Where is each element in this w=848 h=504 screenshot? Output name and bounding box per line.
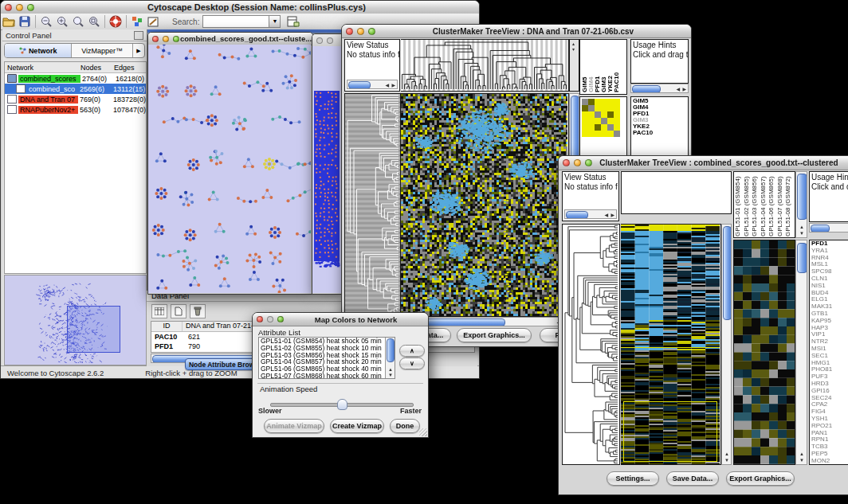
export-graphics-button[interactable]: Export Graphics... [726, 471, 795, 486]
open-session-icon[interactable] [1, 14, 17, 29]
minimize-icon[interactable] [357, 28, 364, 35]
dialog-titlebar[interactable]: Map Colors to Network [253, 313, 428, 326]
matrix-cell[interactable] [595, 131, 601, 137]
save-session-icon[interactable] [17, 14, 33, 29]
tv1-heatmap[interactable] [401, 93, 569, 317]
matrix-cell[interactable] [582, 124, 588, 131]
move-attribute-up-button[interactable]: ∧ [399, 345, 425, 357]
tab-network[interactable]: Network [5, 44, 72, 57]
save-data-button[interactable]: Save Data... [666, 471, 719, 486]
close-icon[interactable] [5, 4, 12, 11]
tv2-column-labels[interactable]: GPL51-01 (GSM854)GPL51-02 (GSM855)GPL51-… [733, 171, 795, 238]
close-icon[interactable] [257, 316, 263, 322]
tab-overflow-button[interactable]: ▶ [133, 44, 144, 57]
create-vizmap-button[interactable]: Create Vizmap [330, 419, 384, 433]
matrix-cell[interactable] [582, 118, 588, 124]
search-input[interactable] [202, 15, 269, 28]
tv1-row-label[interactable]: PAC10 [633, 130, 688, 136]
tv1-column-labels[interactable]: GIM5GIM4PFD1GIM3YKE2PAC10 [579, 39, 627, 95]
id-column-header[interactable]: ID [151, 322, 183, 331]
matrix-cell[interactable] [614, 99, 620, 105]
tv2-zoom-heatmap[interactable] [733, 240, 795, 465]
tab-vizmapper[interactable]: VizMapper™ [72, 44, 133, 57]
matrix-cell[interactable] [601, 131, 607, 137]
zoom-fit-icon[interactable] [70, 14, 86, 29]
matrix-cell[interactable] [582, 105, 588, 111]
network-table-row[interactable]: DNA and Tran 07769(0)183728(0) [5, 94, 146, 104]
tv2-gene-labels[interactable]: PFD1YRA1RNR4MSL1SPC98CLN1NIS1BUD4ELG1MAK… [809, 240, 848, 465]
col-network[interactable]: Network [5, 64, 80, 72]
matrix-cell[interactable] [614, 118, 620, 124]
col-edges[interactable]: Edges [114, 64, 146, 72]
matrix-cell[interactable] [607, 131, 614, 137]
matrix-cell[interactable] [614, 131, 620, 137]
matrix-cell[interactable] [588, 131, 595, 137]
minimize-icon[interactable] [327, 37, 333, 44]
tv1-column-label[interactable]: PAC10 [614, 41, 620, 92]
attribute-list-item[interactable]: GPL51-07 (GSM868) heat shock 60 min [261, 373, 395, 379]
minimize-icon[interactable] [16, 4, 23, 11]
matrix-cell[interactable] [588, 105, 595, 111]
matrix-cell[interactable] [607, 99, 614, 105]
tv2-genes-vscrollbar[interactable]: ▲▼ [795, 240, 807, 465]
move-attribute-down-button[interactable]: ∨ [399, 357, 425, 369]
matrix-cell[interactable] [601, 99, 607, 105]
animation-speed-slider[interactable] [270, 399, 412, 408]
network-overview-panel[interactable] [4, 275, 147, 365]
animate-vizmap-button[interactable]: Animate Vizmap [264, 419, 324, 433]
zoom-selected-icon[interactable] [86, 14, 102, 29]
gene-label[interactable]: MON2 [811, 458, 848, 465]
tv2-collabels-vscrollbar[interactable]: ▲▼ [795, 171, 807, 238]
matrix-cell[interactable] [595, 111, 601, 118]
main-titlebar[interactable]: Cytoscape Desktop (Session Name: collins… [1, 1, 479, 14]
matrix-cell[interactable] [582, 111, 588, 118]
treeview1-titlebar[interactable]: ClusterMaker TreeView : DNA and Tran 07-… [342, 25, 691, 38]
matrix-cell[interactable] [588, 111, 595, 118]
matrix-cell[interactable] [614, 105, 620, 111]
attribute-browser-icon[interactable] [285, 14, 301, 29]
help-lifesaver-icon[interactable] [108, 14, 124, 29]
zoom-window-icon[interactable] [27, 4, 34, 11]
matrix-cell[interactable] [607, 118, 614, 124]
matrix-cell[interactable] [601, 105, 607, 111]
matrix-cell[interactable] [595, 99, 601, 105]
attribute-select-icon[interactable] [151, 304, 167, 318]
matrix-cell[interactable] [582, 99, 588, 105]
zoom-in-icon[interactable] [54, 14, 70, 29]
matrix-cell[interactable] [588, 118, 595, 124]
zoom-out-icon[interactable] [38, 14, 54, 29]
tv1-column-dendrogram[interactable] [401, 39, 569, 92]
close-icon[interactable] [152, 36, 159, 42]
float-panel-icon[interactable] [134, 31, 143, 40]
col-nodes[interactable]: Nodes [80, 64, 114, 72]
attribute-list-vscrollbar[interactable]: ▲▼ [385, 338, 395, 378]
delete-attribute-icon[interactable] [190, 304, 206, 318]
search-dropdown-button[interactable]: ▼ [269, 15, 281, 28]
tv1-status-hscrollbar[interactable]: ◀▶ [347, 80, 398, 89]
zoom-window-icon[interactable] [368, 28, 375, 35]
matrix-cell[interactable] [607, 124, 614, 131]
tv2-heatmap-vscrollbar[interactable]: ▲▼ [721, 224, 732, 465]
tv2-hints-hscrollbar[interactable] [809, 223, 848, 232]
matrix-cell[interactable] [607, 111, 614, 118]
tv1-row-dendrogram[interactable] [344, 93, 401, 317]
matrix-cell[interactable] [595, 118, 601, 124]
minimize-icon[interactable] [163, 36, 169, 42]
minimize-icon[interactable] [267, 316, 273, 322]
tv2-column-dendrogram[interactable] [621, 171, 732, 214]
resize-grip[interactable] [419, 428, 427, 436]
network-view-titlebar[interactable]: combined_scores_good.txt--cluste... [148, 33, 312, 45]
treeview2-titlebar[interactable]: ClusterMaker TreeView : combined_scores_… [559, 156, 848, 170]
tv2-column-label[interactable]: GPL51-08 (GSM872) [785, 173, 794, 236]
new-attribute-icon[interactable] [171, 304, 186, 318]
network-table-row[interactable]: combined_scores2764(0)16218(0) [5, 73, 146, 84]
zoom-window-icon[interactable] [277, 316, 284, 322]
tv2-row-dendrogram[interactable] [562, 224, 620, 465]
network-table-row[interactable]: combined_sco2569(6)13112(15) [5, 84, 146, 94]
network-canvas[interactable] [148, 45, 311, 293]
matrix-cell[interactable] [607, 105, 614, 111]
matrix-cell[interactable] [588, 99, 595, 105]
close-icon[interactable] [563, 159, 570, 166]
matrix-cell[interactable] [595, 105, 601, 111]
matrix-cell[interactable] [601, 124, 607, 131]
